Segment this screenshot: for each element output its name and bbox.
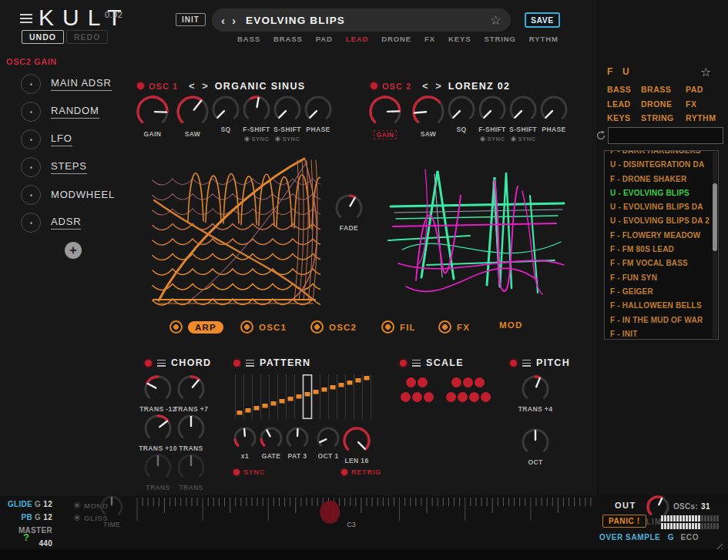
scale-menu-icon[interactable] — [412, 360, 421, 367]
browser-category-bass[interactable]: BASS — [607, 85, 641, 99]
osc1-enable-radio[interactable] — [137, 82, 144, 89]
knob-time[interactable]: TIME — [99, 494, 125, 528]
category-tag-keys[interactable]: KEYS — [448, 35, 471, 43]
knob-f-shift[interactable]: F-SHIFTSYNC — [477, 94, 508, 143]
chord-enable-radio[interactable] — [145, 360, 152, 367]
panic-button[interactable]: PANIC ! — [602, 515, 646, 528]
pattern-retrig-toggle[interactable]: RETRIG — [341, 468, 381, 476]
mod-source-lfo[interactable]: LFO — [21, 129, 115, 149]
preset-item[interactable]: U - EVOLVING BLIPS DA 2 — [605, 214, 718, 228]
tab-arp[interactable]: ARP — [169, 320, 223, 334]
glide-setting[interactable]: GLIDE G 12 — [6, 498, 52, 511]
knob-x1[interactable]: x1 — [232, 425, 258, 460]
browser-category-drone[interactable]: DRONE — [641, 99, 686, 114]
browser-category-keys[interactable]: KEYS — [607, 113, 641, 128]
knob-s-shift[interactable]: S-SHIFTSYNC — [508, 94, 538, 143]
preset-item[interactable]: F - FM 80S LEAD — [605, 243, 718, 257]
mod-amount-knob[interactable] — [21, 185, 41, 205]
pitchbend-setting[interactable]: PB G 12 — [6, 511, 52, 524]
preset-item[interactable]: F - INIT — [605, 327, 718, 340]
scale-note-dot[interactable] — [481, 392, 491, 402]
scale-note-dot[interactable] — [463, 377, 473, 387]
mod-source-adsr[interactable]: ADSR — [21, 213, 115, 233]
category-tag-string[interactable]: STRING — [485, 35, 516, 43]
knob-s-shift[interactable]: S-SHIFTSYNC — [272, 94, 303, 143]
mod-amount-knob[interactable] — [21, 157, 41, 177]
pitch-enable-radio[interactable] — [510, 360, 517, 367]
preset-item[interactable]: F - DARK HARBINGERS — [605, 150, 718, 158]
preset-item[interactable]: F - HALLOWEEN BELLS — [605, 299, 718, 313]
scale-note-dot[interactable] — [469, 392, 479, 402]
mod-source-random[interactable]: RANDOM — [21, 102, 115, 122]
preset-item[interactable]: U - EVOLVING BLIPS DA — [605, 200, 718, 214]
scale-note-dot[interactable] — [451, 377, 461, 387]
osc2-wave-prev-next-icons[interactable]: < > — [422, 80, 444, 92]
category-tag-lead[interactable]: LEAD — [346, 35, 368, 43]
scale-note-dot[interactable] — [424, 392, 434, 402]
sync-toggle[interactable]: SYNC — [480, 136, 505, 143]
filter-factory-toggle[interactable]: F — [607, 66, 613, 77]
mod-source-modwheel[interactable]: MODWHEEL — [21, 185, 115, 205]
mod-amount-knob[interactable] — [21, 74, 41, 94]
knob-fade[interactable]: FADE — [334, 193, 364, 232]
osc2-enable-radio[interactable] — [371, 82, 377, 89]
preset-item[interactable]: F - DRONE SHAKER — [605, 173, 718, 186]
knob-trans[interactable]: TRANS — [143, 452, 173, 491]
scale-note-dot[interactable] — [418, 377, 428, 387]
knob-trans-+7[interactable]: TRANS +7 — [176, 374, 206, 413]
pattern-enable-radio[interactable] — [233, 360, 240, 367]
knob-gain[interactable]: GAIN — [135, 94, 170, 138]
browser-category-string[interactable]: STRING — [641, 113, 686, 128]
knob-trans--12[interactable]: TRANS -12 — [143, 374, 173, 413]
save-button[interactable]: SAVE — [525, 12, 560, 28]
preset-item[interactable]: U - EVOLVING BLIPS — [605, 186, 718, 200]
category-tag-pad[interactable]: PAD — [316, 35, 333, 43]
knob-oct-1[interactable]: OCT 1 — [315, 425, 341, 460]
add-mod-source-button[interactable]: + — [65, 242, 82, 259]
category-tag-bass[interactable]: BASS — [237, 35, 260, 43]
master-tune-setting[interactable]: MASTER 440 — [6, 524, 52, 550]
knob-sq[interactable]: SQ — [210, 94, 241, 133]
knob-saw[interactable]: SAW — [175, 94, 210, 138]
knob-trans[interactable]: TRANS — [176, 413, 206, 452]
scale-note-dot[interactable] — [458, 392, 468, 402]
undo-button[interactable]: UNDO — [22, 30, 64, 44]
browser-category-lead[interactable]: LEAD — [607, 99, 641, 114]
pattern-menu-icon[interactable] — [246, 360, 254, 367]
category-tag-drone[interactable]: DRONE — [381, 35, 411, 43]
knob-saw[interactable]: SAW — [411, 94, 446, 138]
category-tag-brass[interactable]: BRASS — [273, 35, 303, 43]
sync-toggle[interactable]: SYNC — [244, 136, 270, 143]
scrollbar-thumb[interactable] — [713, 183, 717, 251]
pitch-menu-icon[interactable] — [522, 360, 531, 367]
mod-amount-knob[interactable] — [21, 129, 41, 149]
knob-f-shift[interactable]: F-SHIFTSYNC — [241, 94, 272, 143]
knob-phase[interactable]: PHASE — [538, 94, 569, 133]
sync-toggle[interactable]: SYNC — [511, 136, 536, 143]
scale-note-dot[interactable] — [401, 392, 411, 402]
knob-sq[interactable]: SQ — [446, 94, 477, 133]
refresh-icon[interactable] — [595, 130, 606, 141]
scale-note-dot[interactable] — [446, 392, 456, 402]
preset-item[interactable]: F - FM VOCAL BASS — [605, 257, 718, 270]
mod-amount-knob[interactable] — [21, 213, 41, 233]
menu-icon[interactable] — [20, 14, 32, 23]
pattern-step-grid[interactable] — [235, 374, 372, 421]
preset-search-input[interactable] — [608, 127, 723, 144]
filter-user-toggle[interactable]: U — [622, 66, 629, 77]
knob-gain[interactable]: GAIN — [367, 94, 403, 139]
knob-oct[interactable]: OCT — [520, 427, 551, 466]
scale-note-dot[interactable] — [406, 377, 416, 387]
browser-category-pad[interactable]: PAD — [686, 85, 724, 99]
browser-category-brass[interactable]: BRASS — [641, 85, 686, 99]
knob-len-16[interactable]: LEN 16 — [341, 425, 372, 464]
tab-fx[interactable]: FX — [438, 320, 470, 334]
redo-button[interactable]: REDO — [66, 30, 108, 44]
oversample-setting[interactable]: OVER SAMPLE G ECO — [599, 533, 699, 542]
pattern-sync-toggle[interactable]: SYNC — [233, 468, 265, 476]
scale-note-dot[interactable] — [475, 377, 485, 387]
category-tag-fx[interactable]: FX — [424, 35, 435, 43]
category-tag-rythm[interactable]: RYTHM — [529, 35, 559, 43]
osc1-wave-prev-next-icons[interactable]: < > — [189, 80, 210, 92]
scale-note-dot[interactable] — [412, 392, 422, 402]
